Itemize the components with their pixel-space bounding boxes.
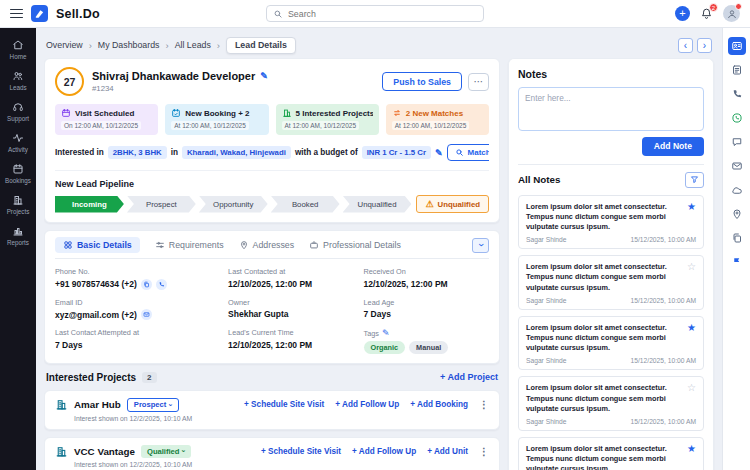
sidebar-item-label: Bookings (5, 177, 31, 184)
location-icon[interactable] (728, 205, 746, 223)
prev-lead-button[interactable]: ‹ (678, 38, 693, 53)
sidebar-item-label: Home (10, 53, 27, 60)
note-text: Lorem ipsum dolor sit amet consectetur. … (526, 202, 681, 233)
note-author: Sagar Shinde (526, 418, 567, 425)
edit-name-icon[interactable]: ✎ (260, 71, 268, 81)
chat-icon[interactable] (728, 133, 746, 151)
search-icon (273, 9, 283, 19)
grid-icon (63, 240, 73, 250)
breadcrumb-my-dashboards[interactable]: My Dashboards (98, 40, 160, 50)
project-more-options-icon[interactable]: ⋮ (479, 399, 489, 410)
push-to-sales-button[interactable]: Push to Sales (382, 72, 462, 91)
tab-addresses[interactable]: Addresses (239, 240, 295, 250)
star-icon[interactable]: ☆ (687, 383, 696, 393)
lead-score-badge: 27 (55, 67, 84, 96)
star-icon[interactable]: ★ (687, 323, 696, 333)
all-notes-title: All Notes (518, 174, 560, 185)
hamburger-menu-icon[interactable] (10, 9, 23, 19)
topbar-actions: + 2 (675, 5, 740, 22)
next-lead-button[interactable]: › (697, 38, 712, 53)
matching-properties-button[interactable]: Matching Properties (447, 144, 489, 161)
sidebar-item-support[interactable]: Support (1, 97, 35, 126)
notifications-button[interactable]: 2 (700, 7, 713, 20)
star-icon[interactable]: ☆ (687, 262, 696, 272)
edit-interest-icon[interactable]: ✎ (435, 148, 443, 158)
sidebar-item-home[interactable]: Home (1, 35, 35, 64)
tab-label: Basic Details (77, 240, 132, 250)
add-follow-up-link[interactable]: + Add Follow Up (335, 400, 399, 409)
breadcrumb-lead-details: Lead Details (226, 37, 296, 54)
sidebar-item-bookings[interactable]: Bookings (1, 159, 35, 188)
location-pin-icon (239, 240, 249, 250)
cloud-icon[interactable] (728, 181, 746, 199)
copy-icon[interactable] (728, 229, 746, 247)
add-note-button[interactable]: Add Note (642, 137, 704, 156)
field-last-contact-attempted: Last Contact Attempted at 7 Days (55, 328, 218, 354)
pipeline-stage-unqualified[interactable]: Unqualified (343, 196, 412, 213)
building-icon (12, 194, 24, 206)
add-project-link[interactable]: + Add Project (440, 372, 498, 382)
form-icon[interactable] (728, 61, 746, 79)
star-icon[interactable]: ★ (687, 444, 696, 454)
copy-icon[interactable] (141, 279, 152, 290)
tab-basic-details[interactable]: Basic Details (55, 237, 140, 253)
mail-icon[interactable] (728, 157, 746, 175)
note-author: Sagar Shinde (526, 236, 567, 243)
whatsapp-icon[interactable] (728, 109, 746, 127)
project-card-amar-hub: Amar Hub Prospect› + Schedule Site Visit… (44, 390, 500, 430)
sidebar-item-leads[interactable]: Leads (1, 66, 35, 95)
status-subtitle: On 12:00 AM, 10/12/2025 (61, 121, 141, 130)
tab-requirements[interactable]: Requirements (155, 240, 224, 250)
tab-label: Requirements (169, 240, 224, 250)
star-icon[interactable]: ★ (687, 202, 696, 212)
search-input[interactable] (288, 9, 477, 19)
status-card-interested-projects: 5 Interested Projects At 12:00 AM, 10/12… (276, 104, 379, 135)
pipeline-stage-incoming[interactable]: Incoming (55, 196, 124, 213)
pipeline-stage-opportunity[interactable]: Opportunity (199, 196, 268, 213)
activity-icon (12, 132, 24, 144)
project-stage-dropdown[interactable]: Qualified› (141, 445, 191, 458)
edit-tags-icon[interactable]: ✎ (382, 328, 390, 338)
sidebar-item-reports[interactable]: Reports (1, 221, 35, 250)
pipeline-stage-booked[interactable]: Booked (271, 196, 340, 213)
note-input[interactable] (518, 87, 704, 131)
schedule-site-visit-link[interactable]: + Schedule Site Visit (244, 400, 324, 409)
sidebar-item-projects[interactable]: Projects (1, 190, 35, 219)
add-booking-link[interactable]: + Add Booking (410, 400, 468, 409)
unqualified-flag-chip[interactable]: ⚠ Unqualified (416, 195, 489, 213)
breadcrumb-overview[interactable]: Overview (46, 40, 83, 50)
headset-icon (12, 101, 24, 113)
call-icon[interactable] (728, 85, 746, 103)
note-item: Lorem ipsum dolor sit amet consectetur. … (518, 255, 704, 310)
lead-name: Shivraj Dhankawade Developer (92, 70, 255, 82)
call-icon[interactable] (156, 279, 167, 290)
lead-panel-icon[interactable] (728, 37, 746, 55)
user-menu[interactable] (723, 5, 740, 22)
warning-icon: ⚠ (425, 199, 433, 209)
global-search[interactable] (266, 5, 484, 22)
note-date: 15/12/2025, 10:00 AM (631, 236, 696, 243)
field-lead-age: Lead Age 7 Days (364, 298, 489, 321)
add-unit-link[interactable]: + Add Unit (427, 447, 468, 456)
lead-status-cards: Visit Scheduled On 12:00 AM, 10/12/2025 … (55, 104, 489, 135)
breadcrumb-all-leads[interactable]: All Leads (175, 40, 211, 50)
filter-notes-button[interactable] (685, 172, 704, 188)
chevron-right-icon: › (165, 40, 168, 51)
breadcrumb: Overview › My Dashboards › All Leads › L… (44, 34, 714, 56)
tab-label: Professional Details (323, 240, 401, 250)
schedule-site-visit-link[interactable]: + Schedule Site Visit (261, 447, 341, 456)
flag-icon[interactable] (728, 253, 746, 271)
tab-professional-details[interactable]: Professional Details (309, 240, 401, 250)
add-follow-up-link[interactable]: + Add Follow Up (352, 447, 416, 456)
more-options-button[interactable]: ⋯ (468, 73, 489, 91)
sidebar-item-activity[interactable]: Activity (1, 128, 35, 157)
project-more-options-icon[interactable]: ⋮ (479, 446, 489, 457)
quick-add-button[interactable]: + (675, 6, 690, 21)
collapse-details-button[interactable]: › (472, 238, 489, 253)
pipeline-stage-prospect[interactable]: Prospect (127, 196, 196, 213)
project-stage-dropdown[interactable]: Prospect› (127, 398, 179, 412)
chevron-down-icon: › (476, 243, 486, 246)
tab-label: Addresses (253, 240, 295, 250)
mail-icon[interactable] (141, 309, 152, 320)
note-date: 15/12/2025, 10:00 AM (631, 297, 696, 304)
